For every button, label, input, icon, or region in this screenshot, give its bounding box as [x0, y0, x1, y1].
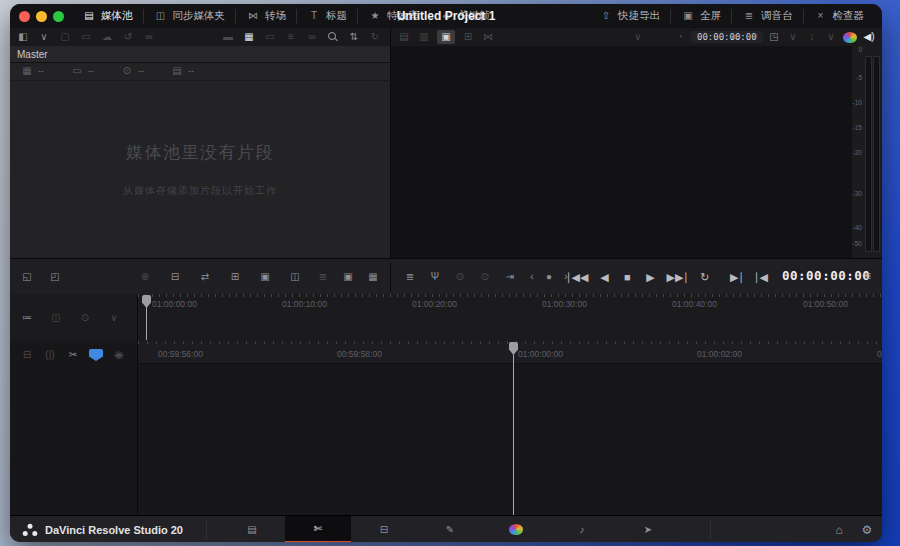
zoom-window-button[interactable] — [53, 11, 64, 22]
camera-icon[interactable]: ⊙ — [453, 270, 467, 284]
inspector-button[interactable]: ×检查器 — [803, 9, 875, 24]
upper-timeline[interactable]: ≔◫⊙∨ 01:00:00:00 01:00:10:00 01:00:20:00… — [10, 294, 882, 342]
page-switcher: ▤✄⊟✎♪➤ — [219, 516, 681, 542]
view-list-icon[interactable]: ≡ — [284, 30, 298, 44]
media-pool-empty-state: 媒体池里没有片段 从媒体存储添加片段以开始工作 — [10, 80, 390, 258]
view-grid-icon[interactable]: ▦ — [242, 30, 256, 44]
color-viewer-icon[interactable] — [843, 32, 857, 43]
panel-chevron-icon[interactable]: ∨ — [37, 30, 51, 44]
format-chevron-icon[interactable]: ∨ — [631, 30, 645, 44]
viewer-canvas[interactable] — [391, 46, 852, 258]
audition-eye-icon[interactable]: ◉ — [112, 348, 126, 362]
panel-toggle-icon[interactable]: ◧ — [16, 30, 30, 44]
append-clip-icon[interactable]: ▣ — [258, 270, 272, 284]
multicam-icon[interactable]: ◳ — [767, 30, 781, 44]
link-clips-icon[interactable]: ∞ — [305, 30, 319, 44]
zoom-chevron-icon[interactable]: ∨ — [824, 30, 838, 44]
split-scissors-icon[interactable]: ✂ — [66, 348, 80, 362]
cloud-import-icon[interactable]: ☁ — [100, 30, 114, 44]
transport-timecode[interactable]: 00:00:00:00 — [782, 268, 860, 283]
titles-button[interactable]: T标题 — [296, 9, 357, 24]
lower-timeline[interactable]: ⊟(|)✂◉ 00:59:56:00 00:59:58:00 01:00:00:… — [10, 341, 882, 515]
replace-clip-icon[interactable]: ⇄ — [198, 270, 212, 284]
sync-columns-icon[interactable]: ≣ — [316, 270, 330, 284]
place-on-top-icon[interactable]: ◫ — [288, 270, 302, 284]
tools-sliders-icon[interactable]: ≣ — [403, 270, 417, 284]
picture-in-picture-icon[interactable]: ▣ — [341, 270, 355, 284]
multiview-icon[interactable]: ⊞ — [461, 30, 475, 44]
go-to-end-button[interactable]: ▶▶∣ — [666, 270, 688, 284]
position-trim-icon[interactable]: (|) — [43, 348, 57, 362]
add-bin-icon[interactable]: ▭ — [79, 30, 93, 44]
page-fairlight[interactable]: ♪ — [549, 516, 615, 542]
sync-clips-icon[interactable]: ↺ — [121, 30, 135, 44]
search-icon[interactable] — [326, 31, 340, 43]
stop-button[interactable]: ■ — [620, 270, 634, 284]
page-edit[interactable]: ⊟ — [351, 516, 417, 542]
snap-shield-icon[interactable] — [89, 349, 103, 361]
next-edit-button[interactable]: ▶∣ — [730, 270, 744, 284]
smart-insert-mode-icon[interactable]: ◱ — [20, 270, 34, 284]
display-chevron-icon[interactable]: ∨ — [748, 30, 762, 44]
view-strip-icon[interactable]: ▭ — [263, 30, 277, 44]
multicam-chevron-icon[interactable]: ∨ — [786, 30, 800, 44]
relink-icon[interactable]: ∞ — [142, 30, 156, 44]
go-to-start-button[interactable]: ∣◀◀ — [566, 270, 588, 284]
bin-name: Master — [17, 49, 48, 60]
step-back-icon[interactable]: ‹ — [525, 270, 539, 284]
camera-picker-chevron[interactable]: ∨ — [107, 311, 121, 325]
timeline-options-icon[interactable]: ≔ — [20, 311, 34, 325]
db-label: -5 — [856, 74, 862, 81]
export-clip-icon[interactable]: ⇥ — [503, 270, 517, 284]
play-button[interactable]: ▶ — [643, 270, 657, 284]
fullscreen-button[interactable]: ▣全屏 — [670, 9, 731, 24]
view-filmstrip-icon[interactable]: ▬ — [221, 30, 235, 44]
page-media[interactable]: ▤ — [219, 516, 285, 542]
quick-export-button[interactable]: ⇧快捷导出 — [589, 9, 670, 24]
lower-playhead[interactable] — [513, 342, 514, 515]
page-deliver[interactable]: ➤ — [615, 516, 681, 542]
app-window: ▤媒体池◫同步媒体夹⋈转场T标题★特效库◈关键帧 Untitled Projec… — [10, 4, 882, 542]
transition-hourglass-icon[interactable]: ⋈ — [481, 30, 495, 44]
source-clip-icon[interactable]: ▥ — [417, 30, 431, 44]
settings-gear-icon[interactable]: ⚙ — [860, 523, 874, 537]
overwrite-clip-icon[interactable]: ⊟ — [168, 270, 182, 284]
record-icon[interactable]: ● — [542, 270, 556, 284]
zoom-fit-icon[interactable]: ↕ — [805, 30, 819, 44]
track-tools-icon[interactable]: ◫ — [49, 311, 63, 325]
timeline-menu-icon[interactable]: ≡ — [864, 269, 871, 283]
mic-icon[interactable]: Ψ — [428, 270, 442, 284]
timeline-view-icon[interactable]: ▣ — [437, 30, 455, 44]
page-color[interactable] — [483, 516, 549, 542]
camera-picker-icon[interactable]: ⊙ — [78, 311, 92, 325]
display-mode-icon[interactable]: ▭ — [729, 30, 743, 44]
audio-speaker-icon[interactable]: ◀) — [862, 30, 876, 44]
loop-button[interactable]: ↻ — [698, 270, 712, 284]
camera-search-icon[interactable]: ⊙ — [478, 270, 492, 284]
transitions-button[interactable]: ⋈转场 — [235, 9, 296, 24]
close-window-button[interactable] — [19, 11, 30, 22]
insert-clip-icon[interactable]: ⊕ — [138, 270, 152, 284]
refresh-icon[interactable]: ↻ — [368, 30, 382, 44]
bin-header[interactable]: Master — [10, 46, 390, 63]
prev-edit-button[interactable]: ∣◀ — [754, 270, 768, 284]
play-reverse-button[interactable]: ◀ — [597, 270, 611, 284]
transition-strip-icon[interactable]: ▦ — [366, 270, 380, 284]
sort-icon[interactable]: ⇅ — [347, 30, 361, 44]
minimize-window-button[interactable] — [36, 11, 47, 22]
fit-to-fill-icon[interactable]: ⊞ — [228, 270, 242, 284]
media-pool-button[interactable]: ▤媒体池 — [72, 9, 143, 24]
add-clip-icon[interactable]: ▢ — [58, 30, 72, 44]
upper-playhead[interactable] — [146, 295, 147, 340]
ruler-timecode: 01:00:40:00 — [672, 299, 717, 309]
full-extent-icon[interactable]: ⊟ — [20, 348, 34, 362]
mixer-button[interactable]: ≣调音台 — [731, 9, 803, 24]
source-tape-icon[interactable]: ▤ — [397, 30, 411, 44]
page-fusion[interactable]: ✎ — [417, 516, 483, 542]
sync-bin-button[interactable]: ◫同步媒体夹 — [143, 9, 236, 24]
page-cut[interactable]: ✄ — [285, 516, 351, 542]
ruler-timecode: 01:00:02:00 — [697, 349, 742, 359]
append-mode-icon[interactable]: ◰ — [48, 270, 62, 284]
upper-ruler-ticks — [138, 294, 882, 297]
project-home-icon[interactable]: ⌂ — [832, 523, 846, 537]
